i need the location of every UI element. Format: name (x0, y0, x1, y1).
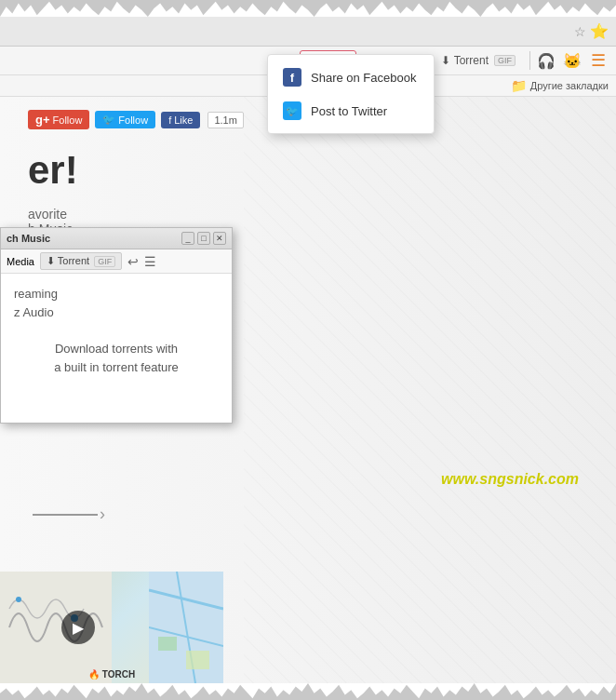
window-feature-streaming: reaming z Audio (14, 285, 219, 321)
window-title: ch Music (7, 233, 50, 244)
window-gif-badge: GIF (94, 256, 115, 267)
play-button[interactable]: ▶ (61, 611, 95, 644)
twitter-icon: 🐦 (283, 101, 301, 120)
address-bar-area: ☆ ⭐ (7, 22, 609, 40)
svg-rect-3 (186, 651, 209, 669)
page-heading: er! (28, 148, 78, 193)
feature-line1: reaming (14, 285, 219, 303)
window-media-label: Media (7, 256, 34, 267)
window-torrent-arrow-icon: ⬇ (47, 255, 55, 266)
torrent-gif-badge: GIF (494, 55, 516, 66)
window-toolbar: Media ⬇ Torrent GIF ↩ ☰ (1, 249, 232, 274)
svg-rect-2 (158, 637, 177, 651)
browser-chrome: ☆ ⭐ (0, 17, 616, 47)
torch-label: TORCH (102, 669, 135, 680)
bookmarks-label: Другие закладки (530, 80, 609, 91)
bookmark-star-icon[interactable]: ☆ (574, 24, 586, 39)
watermark-text: www.sngsnick.com (441, 471, 579, 488)
torrent-arrow-icon: ⬇ (441, 54, 450, 67)
share-facebook-item[interactable]: f Share on Facebook (268, 61, 434, 94)
close-button[interactable]: ✕ (213, 232, 226, 245)
page-wrapper: ☆ ⭐ ♥ Share 🎵 Media ⬇ Torrent GIF 🎧 🐱 ☰ (0, 0, 616, 700)
subtext-line1: avorite (28, 207, 73, 222)
map-area (149, 572, 223, 683)
headphones-icon[interactable]: 🎧 (536, 50, 556, 71)
arrow-decoration (33, 514, 98, 516)
floating-window: ch Music _ □ ✕ Media ⬇ Torrent GIF ↩ (0, 227, 233, 424)
content-zone: g+ Follow 🐦 Follow f Like 1.1m er! avori… (0, 97, 616, 683)
torch-flame-icon: 🔥 (88, 669, 100, 680)
window-titlebar: ch Music _ □ ✕ (1, 228, 232, 249)
torrent-button[interactable]: ⬇ Torrent GIF (433, 50, 524, 71)
torn-edge-bottom (0, 683, 616, 700)
window-desc: Download torrents witha built in torrent… (14, 340, 219, 376)
menu-icon[interactable]: ☰ (588, 50, 609, 71)
social-row: g+ Follow 🐦 Follow f Like 1.1m (28, 110, 244, 129)
twitter-bird-icon: 🐦 (102, 114, 115, 126)
bg-pattern (244, 97, 616, 683)
twitter-label: Post to Twitter (311, 104, 387, 118)
fb-like-icon: f (168, 114, 171, 126)
twitter-follow-button[interactable]: 🐦 Follow (95, 111, 155, 128)
window-back-icon[interactable]: ↩ (127, 254, 139, 269)
facebook-label: Share on Facebook (311, 71, 416, 85)
like-count: 1.1m (208, 112, 243, 128)
squiggle-area (0, 572, 112, 683)
extensions-icon[interactable]: 🐱 (562, 50, 583, 71)
fb-like-button[interactable]: f Like (161, 112, 200, 128)
folder-icon: 📁 (511, 78, 527, 93)
torrent-label: Torrent (454, 54, 489, 67)
window-torrent-label: Torrent (58, 255, 89, 266)
window-controls: _ □ ✕ (181, 232, 226, 245)
twitter-follow-label: Follow (118, 114, 148, 126)
svg-point-0 (16, 597, 21, 602)
share-twitter-item[interactable]: 🐦 Post to Twitter (268, 94, 434, 128)
window-menu-icon[interactable]: ☰ (144, 254, 156, 269)
fb-like-label: Like (174, 114, 193, 126)
star-icon[interactable]: ⭐ (590, 22, 609, 40)
bookmarks-folder[interactable]: 📁 Другие закладки (511, 78, 609, 93)
gplus-follow-label: Follow (53, 114, 83, 126)
maximize-button[interactable]: □ (197, 232, 210, 245)
toolbar-separator (529, 51, 530, 70)
page-inner: g+ Follow 🐦 Follow f Like 1.1m er! avori… (0, 97, 616, 683)
thumbnail-inner: ▶ 🔥 TORCH (0, 572, 223, 683)
gplus-icon: g+ (35, 113, 50, 127)
feature-line2: z Audio (14, 303, 219, 322)
gplus-follow-button[interactable]: g+ Follow (28, 110, 89, 129)
facebook-icon: f (283, 68, 301, 87)
share-dropdown: f Share on Facebook 🐦 Post to Twitter (267, 54, 435, 134)
window-content: reaming z Audio Download torrents witha … (1, 274, 232, 423)
torch-logo: 🔥 TORCH (88, 669, 135, 680)
window-torrent-button[interactable]: ⬇ Torrent GIF (40, 252, 122, 270)
minimize-button[interactable]: _ (181, 232, 194, 245)
bottom-thumbnail: ▶ 🔥 TORCH (0, 572, 223, 683)
torn-edge-top (0, 0, 616, 17)
